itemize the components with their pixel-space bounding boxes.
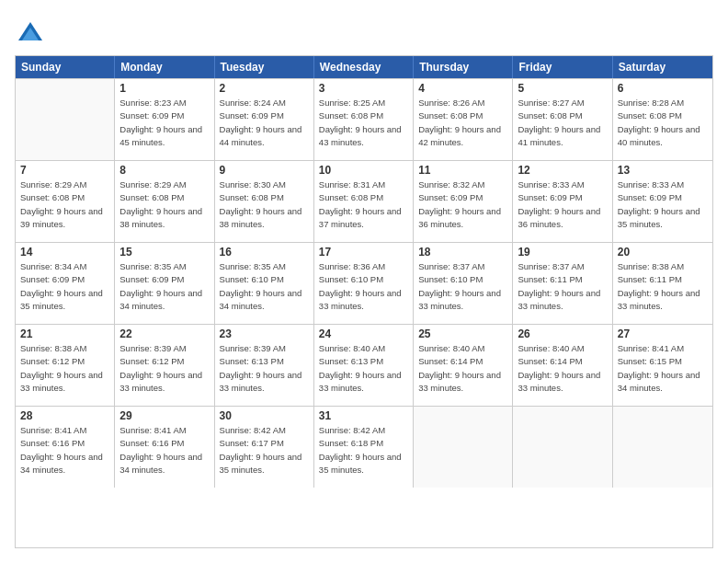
- cal-week-0: 1Sunrise: 8:23 AMSunset: 6:09 PMDaylight…: [16, 78, 712, 160]
- cal-cell: 5Sunrise: 8:27 AMSunset: 6:08 PMDaylight…: [513, 79, 612, 160]
- cal-cell: 31Sunrise: 8:42 AMSunset: 6:18 PMDayligh…: [314, 407, 414, 488]
- day-number: 27: [618, 327, 708, 340]
- header-cell-friday: Friday: [513, 56, 612, 78]
- cal-cell: 12Sunrise: 8:33 AMSunset: 6:09 PMDayligh…: [513, 161, 612, 242]
- cal-cell: 27Sunrise: 8:41 AMSunset: 6:15 PMDayligh…: [613, 325, 712, 406]
- day-info: Sunrise: 8:35 AMSunset: 6:10 PMDaylight:…: [220, 260, 309, 313]
- day-info: Sunrise: 8:28 AMSunset: 6:08 PMDaylight:…: [618, 97, 708, 149]
- day-info: Sunrise: 8:32 AMSunset: 6:09 PMDaylight:…: [418, 178, 507, 231]
- cal-week-4: 28Sunrise: 8:41 AMSunset: 6:16 PMDayligh…: [16, 406, 712, 488]
- day-info: Sunrise: 8:41 AMSunset: 6:16 PMDaylight:…: [20, 424, 109, 477]
- header-cell-wednesday: Wednesday: [314, 56, 414, 78]
- logo: [15, 18, 44, 46]
- day-number: 11: [418, 164, 507, 177]
- cal-cell: 6Sunrise: 8:28 AMSunset: 6:08 PMDaylight…: [613, 79, 712, 160]
- cal-week-2: 14Sunrise: 8:34 AMSunset: 6:09 PMDayligh…: [16, 242, 712, 324]
- cal-cell: 11Sunrise: 8:32 AMSunset: 6:09 PMDayligh…: [414, 161, 513, 242]
- day-info: Sunrise: 8:39 AMSunset: 6:12 PMDaylight:…: [119, 342, 209, 395]
- cal-cell: 15Sunrise: 8:35 AMSunset: 6:09 PMDayligh…: [115, 243, 214, 324]
- cal-week-1: 7Sunrise: 8:29 AMSunset: 6:08 PMDaylight…: [16, 160, 712, 242]
- header-cell-thursday: Thursday: [414, 56, 513, 78]
- day-info: Sunrise: 8:41 AMSunset: 6:15 PMDaylight:…: [618, 342, 708, 395]
- header-cell-saturday: Saturday: [613, 56, 712, 78]
- day-info: Sunrise: 8:38 AMSunset: 6:11 PMDaylight:…: [618, 260, 708, 313]
- day-number: 5: [518, 82, 607, 95]
- day-info: Sunrise: 8:39 AMSunset: 6:13 PMDaylight:…: [220, 342, 309, 395]
- day-info: Sunrise: 8:40 AMSunset: 6:14 PMDaylight:…: [518, 342, 607, 395]
- day-number: 19: [518, 246, 607, 259]
- cal-cell: 21Sunrise: 8:38 AMSunset: 6:12 PMDayligh…: [16, 325, 115, 406]
- day-number: 17: [319, 246, 408, 259]
- day-number: 15: [119, 246, 209, 259]
- day-info: Sunrise: 8:35 AMSunset: 6:09 PMDaylight:…: [119, 260, 209, 313]
- cal-cell: 10Sunrise: 8:31 AMSunset: 6:08 PMDayligh…: [314, 161, 414, 242]
- day-info: Sunrise: 8:26 AMSunset: 6:08 PMDaylight:…: [418, 97, 507, 149]
- day-info: Sunrise: 8:38 AMSunset: 6:12 PMDaylight:…: [20, 342, 109, 395]
- day-info: Sunrise: 8:36 AMSunset: 6:10 PMDaylight:…: [319, 260, 408, 313]
- day-number: 31: [319, 409, 408, 422]
- calendar-body: 1Sunrise: 8:23 AMSunset: 6:09 PMDaylight…: [16, 78, 712, 488]
- cal-cell: 9Sunrise: 8:30 AMSunset: 6:08 PMDaylight…: [215, 161, 314, 242]
- day-number: 7: [20, 164, 109, 177]
- cal-cell: 1Sunrise: 8:23 AMSunset: 6:09 PMDaylight…: [115, 79, 214, 160]
- day-info: Sunrise: 8:33 AMSunset: 6:09 PMDaylight:…: [518, 178, 607, 231]
- calendar: SundayMondayTuesdayWednesdayThursdayFrid…: [15, 55, 713, 548]
- cal-cell: 24Sunrise: 8:40 AMSunset: 6:13 PMDayligh…: [314, 325, 414, 406]
- day-number: 4: [418, 82, 507, 95]
- day-number: 24: [319, 327, 408, 340]
- day-info: Sunrise: 8:31 AMSunset: 6:08 PMDaylight:…: [319, 178, 408, 231]
- calendar-header: SundayMondayTuesdayWednesdayThursdayFrid…: [16, 56, 712, 78]
- day-info: Sunrise: 8:23 AMSunset: 6:09 PMDaylight:…: [119, 97, 209, 149]
- day-info: Sunrise: 8:40 AMSunset: 6:14 PMDaylight:…: [418, 342, 507, 395]
- day-number: 28: [20, 409, 109, 422]
- cal-week-3: 21Sunrise: 8:38 AMSunset: 6:12 PMDayligh…: [16, 324, 712, 406]
- day-number: 16: [220, 246, 309, 259]
- day-number: 1: [119, 82, 209, 95]
- day-number: 18: [418, 246, 507, 259]
- day-number: 10: [319, 164, 408, 177]
- day-info: Sunrise: 8:27 AMSunset: 6:08 PMDaylight:…: [518, 97, 607, 149]
- cal-cell: 18Sunrise: 8:37 AMSunset: 6:10 PMDayligh…: [414, 243, 513, 324]
- logo-icon: [17, 18, 44, 46]
- cal-cell: 20Sunrise: 8:38 AMSunset: 6:11 PMDayligh…: [613, 243, 712, 324]
- day-number: 8: [119, 164, 209, 177]
- header-cell-monday: Monday: [115, 56, 214, 78]
- day-number: 22: [119, 327, 209, 340]
- cal-cell: 4Sunrise: 8:26 AMSunset: 6:08 PMDaylight…: [414, 79, 513, 160]
- cal-cell: 28Sunrise: 8:41 AMSunset: 6:16 PMDayligh…: [16, 407, 115, 488]
- cal-cell: 8Sunrise: 8:29 AMSunset: 6:08 PMDaylight…: [115, 161, 214, 242]
- day-info: Sunrise: 8:30 AMSunset: 6:08 PMDaylight:…: [220, 178, 309, 231]
- day-number: 2: [220, 82, 309, 95]
- cal-cell: 13Sunrise: 8:33 AMSunset: 6:09 PMDayligh…: [613, 161, 712, 242]
- page: SundayMondayTuesdayWednesdayThursdayFrid…: [0, 0, 728, 563]
- day-info: Sunrise: 8:33 AMSunset: 6:09 PMDaylight:…: [618, 178, 708, 231]
- day-info: Sunrise: 8:34 AMSunset: 6:09 PMDaylight:…: [20, 260, 109, 313]
- header-cell-tuesday: Tuesday: [215, 56, 314, 78]
- day-number: 20: [618, 246, 708, 259]
- day-info: Sunrise: 8:40 AMSunset: 6:13 PMDaylight:…: [319, 342, 408, 395]
- cal-cell: 16Sunrise: 8:35 AMSunset: 6:10 PMDayligh…: [215, 243, 314, 324]
- cal-cell: 7Sunrise: 8:29 AMSunset: 6:08 PMDaylight…: [16, 161, 115, 242]
- day-info: Sunrise: 8:42 AMSunset: 6:18 PMDaylight:…: [319, 424, 408, 477]
- cal-cell: 22Sunrise: 8:39 AMSunset: 6:12 PMDayligh…: [115, 325, 214, 406]
- cal-cell: 2Sunrise: 8:24 AMSunset: 6:09 PMDaylight…: [215, 79, 314, 160]
- day-number: 25: [418, 327, 507, 340]
- cal-cell: 17Sunrise: 8:36 AMSunset: 6:10 PMDayligh…: [314, 243, 414, 324]
- day-number: 3: [319, 82, 408, 95]
- cal-cell: [513, 407, 612, 488]
- day-number: 9: [220, 164, 309, 177]
- cal-cell: 3Sunrise: 8:25 AMSunset: 6:08 PMDaylight…: [314, 79, 414, 160]
- day-info: Sunrise: 8:37 AMSunset: 6:11 PMDaylight:…: [518, 260, 607, 313]
- day-number: 23: [220, 327, 309, 340]
- day-number: 14: [20, 246, 109, 259]
- day-info: Sunrise: 8:41 AMSunset: 6:16 PMDaylight:…: [119, 424, 209, 477]
- cal-cell: 23Sunrise: 8:39 AMSunset: 6:13 PMDayligh…: [215, 325, 314, 406]
- day-number: 30: [220, 409, 309, 422]
- day-info: Sunrise: 8:29 AMSunset: 6:08 PMDaylight:…: [119, 178, 209, 231]
- cal-cell: 19Sunrise: 8:37 AMSunset: 6:11 PMDayligh…: [513, 243, 612, 324]
- cal-cell: 14Sunrise: 8:34 AMSunset: 6:09 PMDayligh…: [16, 243, 115, 324]
- header: [15, 15, 713, 46]
- day-number: 6: [618, 82, 708, 95]
- day-info: Sunrise: 8:25 AMSunset: 6:08 PMDaylight:…: [319, 97, 408, 149]
- day-number: 12: [518, 164, 607, 177]
